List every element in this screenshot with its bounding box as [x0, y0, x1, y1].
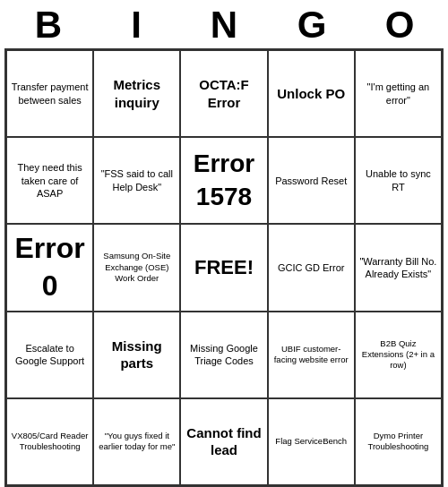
- header-g: G: [271, 4, 352, 47]
- bingo-cell-5[interactable]: They need this taken care of ASAP: [6, 137, 93, 224]
- bingo-cell-4[interactable]: "I'm getting an error": [355, 50, 442, 137]
- bingo-cell-20[interactable]: VX805/Card Reader Troubleshooting: [6, 398, 93, 485]
- bingo-cell-14[interactable]: "Warranty Bill No. Already Exists": [355, 224, 442, 311]
- bingo-cell-12[interactable]: FREE!: [180, 224, 267, 311]
- bingo-cell-6[interactable]: "FSS said to call Help Desk": [93, 137, 180, 224]
- header-i: I: [96, 4, 177, 47]
- bingo-cell-1[interactable]: Metrics inquiry: [93, 50, 180, 137]
- bingo-cell-2[interactable]: OCTA:F Error: [180, 50, 267, 137]
- header-n: N: [184, 4, 264, 47]
- bingo-cell-16[interactable]: Missing parts: [93, 312, 180, 398]
- bingo-cell-10[interactable]: Error 0: [6, 224, 93, 311]
- bingo-grid: Transfer payment between salesMetrics in…: [4, 48, 444, 487]
- bingo-cell-11[interactable]: Samsung On-Site Exchange (OSE) Work Orde…: [93, 224, 180, 311]
- bingo-cell-15[interactable]: Escalate to Google Support: [6, 312, 93, 398]
- bingo-cell-3[interactable]: Unlock PO: [268, 50, 355, 137]
- bingo-cell-23[interactable]: Flag ServiceBench: [268, 398, 355, 485]
- header-b: B: [8, 4, 89, 47]
- bingo-cell-19[interactable]: B2B Quiz Extensions (2+ in a row): [355, 312, 442, 398]
- bingo-cell-9[interactable]: Unable to sync RT: [355, 137, 442, 224]
- bingo-cell-17[interactable]: Missing Google Triage Codes: [180, 312, 267, 398]
- bingo-cell-13[interactable]: GCIC GD Error: [268, 224, 355, 311]
- bingo-cell-21[interactable]: "You guys fixed it earlier today for me": [93, 398, 180, 485]
- bingo-header: B I N G O: [4, 0, 444, 48]
- bingo-cell-18[interactable]: UBIF customer-facing website error: [268, 312, 355, 398]
- bingo-cell-22[interactable]: Cannot find lead: [180, 398, 267, 485]
- bingo-cell-8[interactable]: Password Reset: [268, 137, 355, 224]
- bingo-cell-24[interactable]: Dymo Printer Troubleshooting: [355, 398, 442, 485]
- bingo-cell-7[interactable]: Error 1578: [180, 137, 267, 224]
- bingo-cell-0[interactable]: Transfer payment between sales: [6, 50, 93, 137]
- header-o: O: [359, 4, 440, 47]
